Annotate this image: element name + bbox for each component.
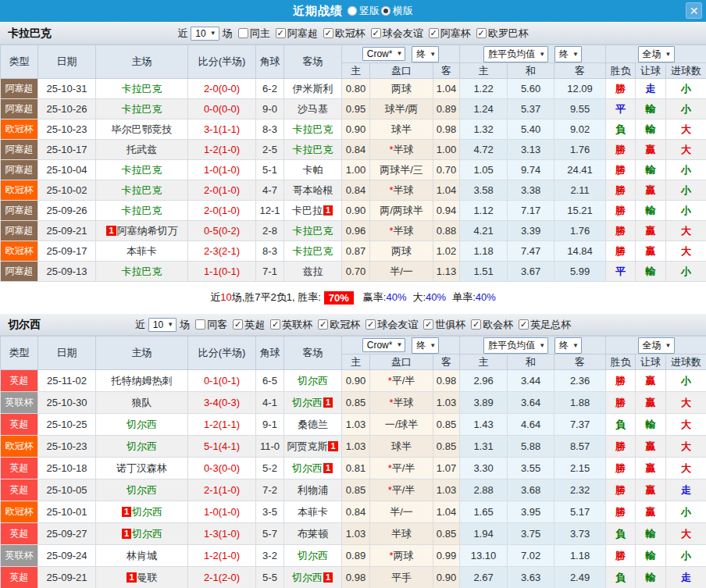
red-card-badge: 1	[323, 572, 333, 583]
date-cell: 25-09-21	[38, 567, 96, 588]
result-wdl-cell: 勝	[606, 241, 636, 262]
odds-final-select[interactable]: 终 ▼	[412, 46, 439, 62]
league-checkbox-label[interactable]: 欧冠杯	[330, 318, 360, 332]
result-goals-cell: 小	[666, 180, 706, 201]
result-handicap-cell: 輸	[636, 99, 666, 119]
avg-home-cell: 1.94	[460, 523, 508, 545]
vertical-layout-label[interactable]: 竖版	[359, 4, 380, 18]
league-checkbox[interactable]: ✓	[429, 28, 439, 38]
away-team-cell: 卡拉巴克	[284, 119, 342, 140]
league-type-badge: 英联杯	[1, 545, 38, 567]
close-icon[interactable]: ✕	[686, 2, 702, 19]
odds-final-select[interactable]: 终 ▼	[412, 337, 439, 354]
home-odds-cell: 1.03	[342, 436, 370, 458]
league-checkbox-label[interactable]: 英联杯	[282, 318, 312, 332]
league-checkbox[interactable]: ✓	[476, 28, 487, 38]
match-count-select[interactable]: 10 ▼	[191, 27, 219, 41]
handicap-cell: 两/两球半	[370, 201, 433, 221]
avg-draw-cell: 5.60	[508, 79, 554, 99]
odds-source-select[interactable]: Crow* ▼	[362, 338, 406, 352]
league-type-badge: 阿塞超	[1, 79, 38, 99]
filter-bar: 近10 ▼场同主✓阿塞超✓欧冠杯✓球会友谊✓阿塞杯✓欧罗巴杯	[177, 27, 528, 41]
avg-final-select[interactable]: 终 ▼	[554, 337, 582, 354]
table-row: 欧冠杯25-09-17本菲卡2-3(2-1)8-3卡拉巴克0.87两球1.021…	[1, 241, 706, 262]
result-wdl-cell: 負	[606, 414, 636, 436]
home-team-cell: 卡拉巴克	[96, 160, 188, 180]
avg-source-select[interactable]: 胜平负均值 ▼	[483, 46, 548, 62]
table-row: 阿塞超25-09-26卡拉巴克2-0(1-0)12-1卡巴拉10.90两/两球半…	[1, 201, 706, 221]
league-checkbox-label[interactable]: 球会友谊	[383, 27, 423, 41]
avg-home-cell: 1.43	[460, 414, 508, 436]
league-checkbox[interactable]: ✓	[471, 319, 481, 330]
league-checkbox-label[interactable]: 世俱杯	[435, 318, 465, 332]
avg-away-cell: 2.49	[554, 567, 606, 588]
avg-draw-cell: 5.88	[508, 436, 554, 458]
avg-home-cell: 4.21	[460, 221, 508, 241]
avg-away-cell: 12.09	[554, 79, 606, 99]
avg-draw-cell: 3.68	[508, 479, 554, 501]
league-checkbox[interactable]: ✓	[365, 319, 376, 330]
league-checkbox-label[interactable]: 阿塞杯	[440, 27, 471, 41]
odds-source-select[interactable]: Crow* ▼	[362, 47, 406, 61]
venue-filter-checkbox[interactable]	[238, 28, 248, 38]
handicap-star: *	[388, 462, 392, 474]
league-checkbox[interactable]: ✓	[270, 319, 280, 330]
league-checkbox[interactable]: ✓	[233, 319, 243, 330]
league-checkbox-label[interactable]: 英超	[244, 318, 265, 332]
sub-column-header: 胜负	[606, 355, 636, 370]
home-odds-cell: 0.90	[342, 119, 370, 140]
league-checkbox[interactable]: ✓	[519, 319, 529, 330]
match-count-select[interactable]: 10 ▼	[148, 318, 176, 332]
league-type-badge: 阿塞超	[1, 160, 38, 180]
date-cell: 25-09-27	[38, 523, 96, 545]
venue-filter-checkbox-label[interactable]: 同客	[207, 318, 227, 332]
chevron-down-icon: ▼	[539, 342, 545, 349]
league-type-badge: 英超	[1, 567, 38, 588]
league-checkbox[interactable]: ✓	[371, 28, 381, 38]
avg-away-cell: 1.18	[554, 545, 606, 567]
venue-filter-checkbox[interactable]	[195, 319, 205, 330]
avg-final-select[interactable]: 终 ▼	[554, 46, 582, 62]
team-label: 切尔西	[132, 506, 162, 518]
sub-column-header: 盘口	[370, 63, 433, 79]
league-checkbox-label[interactable]: 欧冠杯	[335, 27, 365, 41]
horizontal-layout-radio[interactable]	[381, 6, 390, 16]
score-cell: 1-2(1-0)	[188, 140, 256, 160]
horizontal-layout-label[interactable]: 横版	[393, 4, 413, 18]
venue-filter-checkbox-label[interactable]: 同主	[250, 27, 270, 41]
team-label: 兹拉	[303, 265, 323, 277]
away-team-cell: 切尔西1	[284, 392, 342, 414]
home-team-cell: 托特纳姆热刺	[96, 370, 188, 392]
sub-column-header: 和	[508, 63, 554, 79]
team-label: 切尔西	[292, 572, 323, 583]
team-label: 毕尔巴鄂竞技	[112, 123, 173, 135]
vertical-layout-radio[interactable]	[348, 6, 357, 16]
avg-home-cell: 1.18	[460, 241, 508, 262]
league-checkbox-label[interactable]: 欧会杯	[483, 318, 513, 332]
avg-away-cell: 14.84	[554, 241, 606, 262]
home-odds-cell: 0.84	[342, 180, 370, 201]
home-odds-cell: 0.87	[342, 241, 370, 262]
league-checkbox[interactable]: ✓	[423, 319, 433, 330]
avg-away-cell: 9.02	[554, 119, 606, 140]
fulltime-select[interactable]: 全场 ▼	[638, 337, 675, 354]
red-card-badge: 1	[323, 205, 333, 216]
column-header: 角球	[256, 45, 284, 79]
league-checkbox[interactable]: ✓	[318, 319, 328, 330]
corner-cell: 5-1	[256, 160, 284, 180]
chevron-down-icon: ▼	[396, 341, 402, 348]
away-odds-cell: 0.98	[433, 119, 460, 140]
league-checkbox-label[interactable]: 阿塞超	[287, 27, 318, 41]
fulltime-select[interactable]: 全场 ▼	[638, 46, 675, 62]
league-checkbox[interactable]: ✓	[276, 28, 286, 38]
corner-cell: 9-0	[256, 99, 284, 119]
sub-column-header: 让球	[636, 63, 666, 79]
date-cell: 25-09-24	[38, 545, 96, 567]
league-checkbox-label[interactable]: 英足总杯	[530, 318, 571, 332]
table-row: 阿塞超25-09-211阿塞纳希切万0-5(0-2)2-8卡拉巴克0.96*半球…	[1, 221, 706, 241]
league-checkbox[interactable]: ✓	[323, 28, 333, 38]
avg-source-select[interactable]: 胜平负均值 ▼	[483, 337, 548, 354]
result-handicap-cell: 走	[636, 79, 666, 99]
league-checkbox-label[interactable]: 球会友谊	[377, 318, 418, 332]
league-checkbox-label[interactable]: 欧罗巴杯	[488, 27, 529, 41]
